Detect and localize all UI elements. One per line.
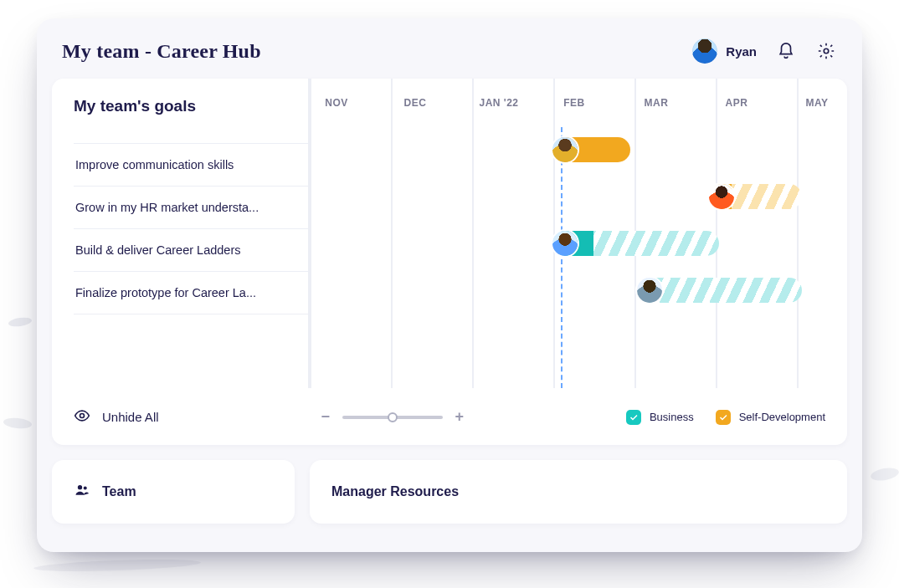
app-shell: My team - Career Hub Ryan My team's goal… bbox=[37, 18, 862, 552]
avatar bbox=[692, 38, 717, 64]
zoom-in-button[interactable]: + bbox=[455, 408, 465, 426]
timeline-row bbox=[310, 174, 847, 221]
month-label: JAN '22 bbox=[479, 97, 518, 109]
assignee-avatar bbox=[552, 137, 578, 162]
month-label: FEB bbox=[563, 97, 585, 109]
team-card-title: Team bbox=[102, 484, 136, 499]
bell-icon[interactable] bbox=[775, 40, 797, 62]
current-user[interactable]: Ryan bbox=[692, 38, 757, 64]
user-name: Ryan bbox=[726, 44, 757, 59]
timeline-rows bbox=[310, 127, 847, 388]
zoom-slider[interactable] bbox=[342, 416, 443, 419]
topbar: My team - Career Hub Ryan bbox=[37, 18, 862, 79]
goal-item[interactable]: Grow in my HR market understa... bbox=[74, 186, 308, 229]
month-label: MAY bbox=[805, 97, 828, 109]
timeline-controls: Unhide All − + Business Self-Development bbox=[52, 388, 847, 445]
team-card[interactable]: Team bbox=[52, 460, 295, 524]
timeline-row bbox=[310, 268, 847, 314]
legend-label: Self-Development bbox=[739, 411, 825, 423]
goal-item[interactable]: Improve communication skills bbox=[74, 143, 308, 187]
gantt-bar[interactable] bbox=[638, 278, 802, 303]
month-label: NOV bbox=[325, 97, 348, 109]
legend-label: Business bbox=[650, 411, 694, 423]
timeline[interactable]: NOV DEC JAN '22 FEB MAR APR MAY bbox=[308, 79, 847, 388]
goal-item[interactable]: Finalize prototype for Career La... bbox=[74, 271, 308, 314]
unhide-label: Unhide All bbox=[102, 410, 159, 424]
checkbox-checked-icon bbox=[626, 410, 641, 425]
legend: Business Self-Development bbox=[626, 410, 825, 425]
timeline-row bbox=[310, 127, 847, 174]
users-icon bbox=[74, 482, 90, 502]
legend-business[interactable]: Business bbox=[626, 410, 694, 425]
page-title: My team - Career Hub bbox=[62, 40, 261, 63]
goals-panel-title: My team's goals bbox=[74, 97, 308, 115]
timeline-row bbox=[310, 221, 847, 268]
month-label: DEC bbox=[404, 97, 427, 109]
svg-point-0 bbox=[824, 49, 829, 54]
zoom-control: − + bbox=[321, 408, 465, 426]
goal-list: Improve communication skills Grow in my … bbox=[74, 143, 308, 314]
gantt-bar[interactable] bbox=[710, 184, 802, 209]
topbar-right: Ryan bbox=[692, 38, 837, 64]
assignee-avatar bbox=[552, 231, 578, 256]
svg-point-1 bbox=[80, 414, 85, 418]
bottom-row: Team Manager Resources bbox=[52, 460, 847, 524]
unhide-all-button[interactable]: Unhide All bbox=[74, 407, 159, 427]
goals-side-panel: My team's goals Improve communication sk… bbox=[52, 79, 308, 388]
checkbox-checked-icon bbox=[716, 410, 731, 425]
manager-resources-card[interactable]: Manager Resources bbox=[310, 460, 847, 524]
svg-point-3 bbox=[84, 487, 87, 490]
svg-point-2 bbox=[78, 485, 82, 489]
manager-resources-title: Manager Resources bbox=[331, 484, 459, 499]
goals-card: My team's goals Improve communication sk… bbox=[52, 79, 847, 445]
month-label: APR bbox=[726, 97, 748, 109]
gantt-bar[interactable] bbox=[553, 231, 719, 256]
legend-self-development[interactable]: Self-Development bbox=[716, 410, 825, 425]
month-label: MAR bbox=[645, 97, 669, 109]
goal-item[interactable]: Build & deliver Career Ladders bbox=[74, 228, 308, 272]
gear-icon[interactable] bbox=[815, 40, 837, 62]
assignee-avatar bbox=[709, 184, 734, 209]
gantt-bar[interactable] bbox=[553, 137, 630, 162]
zoom-out-button[interactable]: − bbox=[321, 408, 331, 426]
zoom-slider-knob[interactable] bbox=[388, 412, 398, 422]
assignee-avatar bbox=[637, 278, 662, 303]
eye-icon bbox=[74, 407, 90, 427]
